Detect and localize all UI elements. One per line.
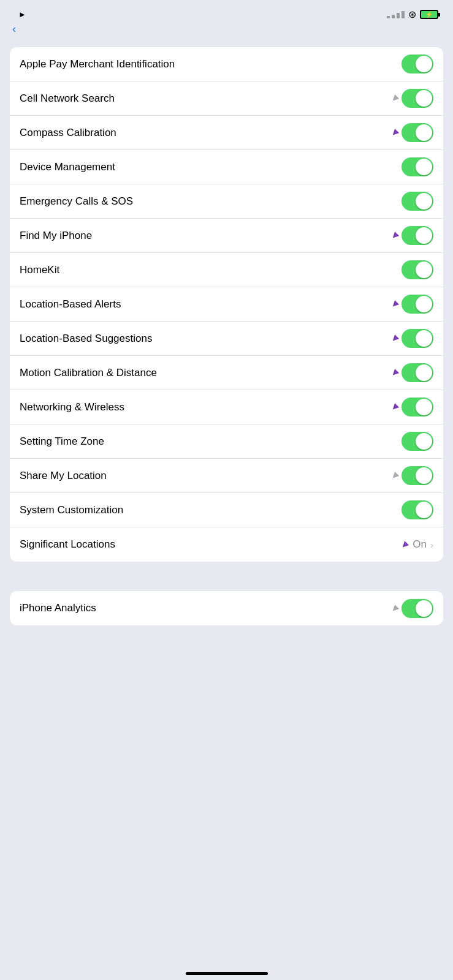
toggle-cell-network[interactable] [402, 89, 433, 108]
signal-icon [387, 11, 405, 18]
row-right-networking: ◀ [391, 398, 433, 417]
row-right-timezone [402, 432, 433, 451]
status-icons: ⊛ ⚡ [387, 9, 438, 20]
row-label-networking: Networking & Wireless [20, 401, 124, 413]
product-improvement-header [10, 581, 443, 591]
row-right-share-loc: ◀ [391, 466, 433, 485]
row-label-device-mgmt: Device Management [20, 161, 115, 173]
toggle-motion[interactable] [402, 363, 433, 382]
toggle-loc-suggestions[interactable] [402, 329, 433, 348]
row-right-cell-network: ◀ [391, 89, 433, 108]
row-left-iphone-analytics: iPhone Analytics [20, 602, 391, 614]
row-label-apple-pay: Apple Pay Merchant Identification [20, 58, 175, 70]
settings-row-sys-custom[interactable]: System Customization [10, 493, 443, 527]
row-right-loc-alerts: ◀ [391, 295, 433, 314]
product-improvement-section: iPhone Analytics ◀ [10, 581, 443, 625]
status-bar: ► ⊛ ⚡ [0, 0, 453, 24]
row-label-compass: Compass Calibration [20, 127, 116, 139]
toggle-apple-pay[interactable] [402, 55, 433, 74]
row-left-sys-custom: System Customization [20, 504, 402, 516]
battery-icon: ⚡ [420, 10, 438, 19]
settings-row-networking[interactable]: Networking & Wireless ◀ [10, 390, 443, 424]
product-improvement-list: iPhone Analytics ◀ [10, 591, 443, 625]
row-label-find-my: Find My iPhone [20, 230, 92, 242]
row-left-share-loc: Share My Location [20, 470, 391, 482]
row-left-networking: Networking & Wireless [20, 401, 391, 413]
toggle-sys-custom[interactable] [402, 500, 433, 519]
toggle-networking[interactable] [402, 398, 433, 417]
row-label-homekit: HomeKit [20, 264, 59, 276]
row-label-iphone-analytics: iPhone Analytics [20, 602, 96, 614]
row-right-sys-custom [402, 500, 433, 519]
row-right-emergency [402, 192, 433, 211]
settings-row-loc-suggestions[interactable]: Location-Based Suggestions ◀ [10, 322, 443, 356]
row-right-motion: ◀ [391, 363, 433, 382]
settings-row-timezone[interactable]: Setting Time Zone [10, 424, 443, 459]
row-label-cell-network: Cell Network Search [20, 92, 115, 105]
nav-bar: ‹ [0, 24, 453, 37]
settings-row-apple-pay[interactable]: Apple Pay Merchant Identification [10, 47, 443, 81]
sig-chevron-icon: › [430, 540, 433, 550]
row-left-device-mgmt: Device Management [20, 161, 402, 173]
row-left-cell-network: Cell Network Search [20, 92, 391, 105]
sig-on-text: On [413, 538, 427, 551]
settings-row-cell-network[interactable]: Cell Network Search ◀ [10, 81, 443, 116]
settings-row-share-loc[interactable]: Share My Location ◀ [10, 459, 443, 493]
toggle-homekit[interactable] [402, 260, 433, 279]
toggle-emergency[interactable] [402, 192, 433, 211]
row-right-apple-pay [402, 55, 433, 74]
row-left-motion: Motion Calibration & Distance [20, 367, 391, 379]
toggle-loc-alerts[interactable] [402, 295, 433, 314]
settings-row-motion[interactable]: Motion Calibration & Distance ◀ [10, 356, 443, 390]
toggle-timezone[interactable] [402, 432, 433, 451]
settings-row-iphone-analytics[interactable]: iPhone Analytics ◀ [10, 591, 443, 625]
wifi-icon: ⊛ [408, 9, 416, 20]
toggle-compass[interactable] [402, 123, 433, 142]
home-indicator [186, 972, 268, 975]
row-label-loc-alerts: Location-Based Alerts [20, 298, 121, 311]
settings-row-loc-alerts[interactable]: Location-Based Alerts ◀ [10, 287, 443, 322]
settings-row-emergency[interactable]: Emergency Calls & SOS [10, 184, 443, 219]
row-right-iphone-analytics: ◀ [391, 599, 433, 618]
toggle-iphone-analytics[interactable] [402, 599, 433, 618]
back-button[interactable]: ‹ [12, 23, 18, 36]
toggle-find-my[interactable] [402, 226, 433, 245]
row-right-compass: ◀ [391, 123, 433, 142]
settings-row-homekit[interactable]: HomeKit [10, 253, 443, 287]
row-label-emergency: Emergency Calls & SOS [20, 195, 133, 208]
row-left-find-my: Find My iPhone [20, 230, 391, 242]
row-label-timezone: Setting Time Zone [20, 435, 104, 448]
row-right-sig-loc: ◀ On › [401, 538, 433, 551]
row-left-timezone: Setting Time Zone [20, 435, 402, 448]
row-left-homekit: HomeKit [20, 264, 402, 276]
system-services-list: Apple Pay Merchant Identification Cell N… [10, 47, 443, 562]
settings-row-device-mgmt[interactable]: Device Management [10, 150, 443, 184]
row-label-motion: Motion Calibration & Distance [20, 367, 157, 379]
row-right-device-mgmt [402, 157, 433, 176]
row-label-sys-custom: System Customization [20, 504, 123, 516]
settings-row-sig-loc[interactable]: Significant Locations ◀ On › [10, 527, 443, 562]
toggle-device-mgmt[interactable] [402, 157, 433, 176]
row-right-homekit [402, 260, 433, 279]
row-left-emergency: Emergency Calls & SOS [20, 195, 402, 208]
back-chevron-icon: ‹ [12, 23, 16, 36]
main-content: Apple Pay Merchant Identification Cell N… [0, 37, 453, 655]
toggle-share-loc[interactable] [402, 466, 433, 485]
settings-row-find-my[interactable]: Find My iPhone ◀ [10, 219, 443, 253]
row-left-loc-alerts: Location-Based Alerts [20, 298, 391, 311]
row-label-sig-loc: Significant Locations [20, 538, 115, 551]
settings-row-compass[interactable]: Compass Calibration ◀ [10, 116, 443, 150]
status-time: ► [15, 10, 26, 19]
row-left-sig-loc: Significant Locations [20, 538, 401, 551]
row-left-compass: Compass Calibration [20, 127, 391, 139]
row-left-loc-suggestions: Location-Based Suggestions [20, 333, 391, 345]
row-right-loc-suggestions: ◀ [391, 329, 433, 348]
row-label-share-loc: Share My Location [20, 470, 107, 482]
row-label-loc-suggestions: Location-Based Suggestions [20, 333, 152, 345]
row-left-apple-pay: Apple Pay Merchant Identification [20, 58, 402, 70]
row-right-find-my: ◀ [391, 226, 433, 245]
